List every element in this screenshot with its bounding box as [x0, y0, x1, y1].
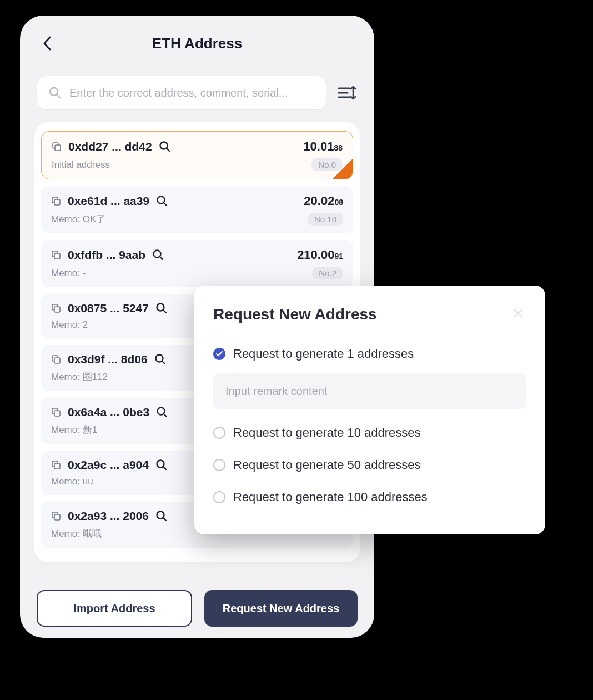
memo: Memo: 圈112 [51, 371, 108, 383]
magnify-icon[interactable] [155, 510, 168, 522]
svg-rect-22 [54, 358, 60, 363]
radio-option-50[interactable]: Request to generate 50 addresses [213, 449, 526, 481]
request-address-modal: Request New Address Request to generate … [194, 286, 545, 534]
magnify-icon[interactable] [154, 353, 167, 366]
back-button[interactable] [40, 36, 54, 51]
svg-rect-26 [54, 411, 60, 416]
radio-icon [213, 348, 225, 360]
header: ETH Address [20, 16, 374, 71]
page-title: ETH Address [152, 35, 242, 52]
svg-point-11 [158, 197, 165, 204]
sort-icon [338, 84, 356, 101]
memo: Memo: OK了 [51, 213, 105, 226]
radio-icon [213, 427, 225, 439]
search-icon [48, 86, 62, 99]
search-input[interactable] [69, 87, 315, 99]
svg-rect-10 [54, 199, 60, 205]
magnify-icon[interactable] [156, 406, 168, 418]
svg-rect-30 [54, 463, 60, 469]
svg-line-36 [163, 518, 166, 521]
svg-point-27 [158, 408, 165, 415]
svg-line-8 [167, 149, 169, 152]
svg-point-15 [154, 251, 161, 258]
address-text: 0xfdfb ... 9aab [68, 248, 145, 262]
copy-icon[interactable] [51, 354, 61, 364]
balance: 10.0188 [303, 139, 343, 154]
modal-close-button[interactable] [512, 307, 526, 322]
svg-rect-6 [55, 145, 61, 151]
radio-icon [213, 459, 225, 471]
modal-title: Request New Address [213, 306, 377, 323]
memo: Memo: 新1 [51, 423, 97, 436]
radio-option-1[interactable]: Request to generate 1 addresses [213, 338, 526, 370]
magnify-icon[interactable] [159, 141, 171, 153]
address-text: 0x2a9c ... a904 [68, 458, 149, 472]
address-text: 0xdd27 ... dd42 [68, 140, 152, 153]
remark-input[interactable] [213, 373, 526, 409]
search-row [20, 76, 374, 110]
copy-icon[interactable] [51, 303, 61, 313]
address-text: 0x0875 ... 5247 [68, 302, 149, 315]
address-text: 0x2a93 ... 2006 [68, 509, 149, 523]
svg-point-31 [157, 461, 164, 468]
svg-line-12 [164, 203, 167, 206]
radio-option-10[interactable]: Request to generate 10 addresses [213, 417, 526, 449]
svg-rect-14 [54, 253, 60, 259]
serial-badge: No.10 [308, 213, 343, 226]
sort-button[interactable] [336, 82, 358, 103]
svg-point-23 [155, 355, 163, 362]
address-text: 0xe61d ... aa39 [68, 194, 149, 208]
radio-label: Request to generate 10 addresses [233, 426, 421, 440]
memo: Memo: 哦哦 [51, 527, 102, 540]
radio-option-100[interactable]: Request to generate 100 addresses [213, 481, 526, 513]
svg-line-32 [163, 467, 166, 470]
balance: 20.0208 [304, 194, 343, 208]
magnify-icon[interactable] [156, 195, 168, 207]
memo: Initial address [52, 159, 110, 171]
search-box[interactable] [37, 76, 326, 110]
svg-point-35 [157, 512, 164, 519]
copy-icon[interactable] [51, 511, 61, 521]
bottom-bar: Import Address Request New Address [20, 590, 374, 627]
svg-point-19 [157, 304, 164, 311]
address-item[interactable]: 0xe61d ... aa39 20.0208 Memo: OK了 No.10 [41, 186, 353, 233]
close-icon [512, 307, 524, 319]
svg-rect-34 [54, 514, 60, 520]
svg-point-7 [160, 142, 167, 149]
address-item[interactable]: 0xdd27 ... dd42 10.0188 Initial address … [41, 131, 353, 179]
balance: 210.0091 [297, 248, 343, 262]
copy-icon[interactable] [52, 142, 62, 152]
copy-icon[interactable] [51, 250, 61, 260]
copy-icon[interactable] [51, 460, 61, 470]
svg-rect-18 [54, 307, 60, 312]
address-text: 0x3d9f ... 8d06 [68, 353, 148, 366]
magnify-icon[interactable] [152, 249, 164, 261]
svg-line-16 [160, 257, 163, 260]
address-text: 0x6a4a ... 0be3 [68, 406, 149, 419]
import-address-button[interactable]: Import Address [37, 590, 192, 627]
memo: Memo: 2 [51, 319, 88, 331]
magnify-icon[interactable] [155, 459, 168, 471]
address-item[interactable]: 0xfdfb ... 9aab 210.0091 Memo: - No.2 [41, 240, 353, 287]
selected-corner-icon [333, 159, 353, 179]
magnify-icon[interactable] [155, 302, 168, 314]
copy-icon[interactable] [51, 196, 61, 206]
memo: Memo: - [51, 268, 86, 279]
radio-label: Request to generate 50 addresses [233, 458, 421, 472]
radio-icon [213, 491, 225, 503]
svg-line-24 [162, 362, 165, 364]
radio-label: Request to generate 1 addresses [233, 347, 414, 361]
svg-point-0 [50, 88, 58, 96]
chevron-left-icon [43, 36, 52, 51]
svg-line-28 [164, 414, 167, 417]
memo: Memo: uu [51, 476, 93, 487]
svg-line-20 [163, 311, 166, 313]
copy-icon[interactable] [51, 407, 61, 417]
request-new-address-button[interactable]: Request New Address [204, 590, 358, 627]
radio-label: Request to generate 100 addresses [233, 490, 428, 504]
serial-badge: No.2 [312, 267, 343, 279]
svg-line-1 [57, 95, 60, 98]
